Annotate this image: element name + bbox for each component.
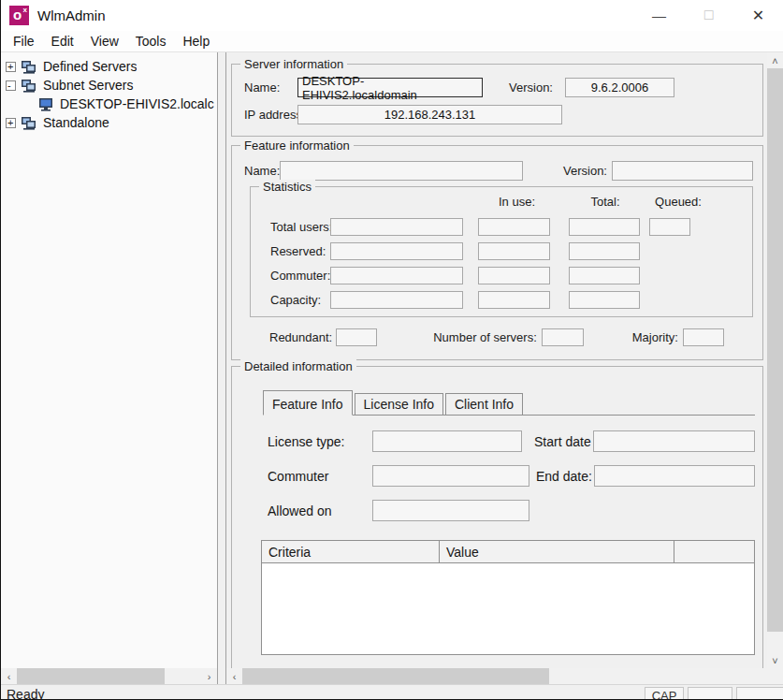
server-version-label: Version: [509, 80, 560, 95]
scrollbar-thumb[interactable] [17, 668, 165, 684]
expand-minus-icon[interactable]: - [6, 80, 16, 91]
total-users-inuse-field[interactable] [478, 218, 550, 236]
scroll-down-icon[interactable]: ˅ [767, 652, 783, 668]
scroll-right-icon[interactable]: › [201, 668, 217, 684]
app-icon-superscript: x [23, 6, 27, 14]
title-bar: o x WlmAdmin — ☐ ✕ [1, 0, 783, 31]
caps-lock-indicator: CAP [645, 687, 684, 700]
menu-view[interactable]: View [82, 32, 127, 51]
expand-plus-icon[interactable]: + [6, 118, 16, 128]
scroll-left-icon[interactable]: ‹ [226, 668, 242, 684]
reserved-label: Reserved: [251, 244, 330, 258]
ip-address-label: IP address: [244, 108, 297, 122]
capacity-inuse-field[interactable] [478, 291, 550, 309]
feature-information-group: Feature information Name: Version: Stati… [231, 145, 763, 360]
tree-item-subnet-servers[interactable]: - Subnet Servers [1, 76, 217, 95]
tab-feature-info[interactable]: Feature Info [263, 390, 353, 416]
main-area: + Defined Servers - Subnet Se [1, 52, 783, 684]
commuter-detail-label: Commuter [268, 469, 372, 484]
total-users-queued-field[interactable] [649, 218, 690, 236]
detail-horizontal-scrollbar[interactable]: ‹ [226, 668, 767, 684]
tree-item-desktop-server[interactable]: DESKTOP-EHIVIS2.localc [1, 95, 217, 113]
menu-bar: File Edit View Tools Help [1, 31, 783, 52]
panel-splitter[interactable] [218, 52, 225, 684]
maximize-button[interactable]: ☐ [684, 0, 733, 31]
commuter-field[interactable] [330, 267, 463, 284]
tab-license-info[interactable]: License Info [355, 393, 444, 415]
total-users-total-field[interactable] [569, 218, 640, 236]
server-group-icon [21, 60, 37, 74]
allowed-on-field[interactable] [372, 500, 529, 521]
tree-item-standalone[interactable]: + Standalone [1, 113, 217, 132]
scrollbar-thumb[interactable] [767, 68, 783, 632]
license-type-field[interactable] [372, 430, 522, 452]
menu-edit[interactable]: Edit [43, 32, 82, 51]
reserved-total-field[interactable] [569, 242, 640, 260]
tree-horizontal-scrollbar[interactable]: ‹ › [1, 668, 217, 684]
tree-item-defined-servers[interactable]: + Defined Servers [1, 57, 217, 76]
tree-item-label: Standalone [43, 115, 109, 130]
scrollbar-thumb[interactable] [242, 668, 549, 684]
extra-column-header[interactable] [674, 541, 754, 562]
server-group-icon [21, 116, 37, 130]
in-use-column-header: In use: [473, 195, 560, 211]
commuter-detail-field[interactable] [372, 465, 529, 487]
scrollbar-corner [767, 668, 783, 684]
total-users-label: Total users: [251, 220, 330, 234]
scroll-left-icon[interactable]: ‹ [1, 668, 17, 684]
reserved-field[interactable] [330, 242, 463, 260]
group-title: Server information [240, 57, 347, 71]
tree-item-label: DESKTOP-EHIVIS2.localc [60, 96, 214, 111]
app-window: o x WlmAdmin — ☐ ✕ File Edit View Tools … [0, 0, 783, 700]
menu-file[interactable]: File [5, 32, 43, 51]
server-tree: + Defined Servers - Subnet Se [1, 52, 217, 668]
app-icon: o x [9, 6, 29, 25]
expand-plus-icon[interactable]: + [6, 62, 16, 72]
commuter-total-field[interactable] [569, 267, 640, 284]
tab-client-info[interactable]: Client Info [445, 393, 523, 415]
number-of-servers-field[interactable] [542, 328, 584, 346]
status-bar: Ready CAP [1, 684, 783, 700]
majority-field[interactable] [683, 328, 724, 346]
menu-help[interactable]: Help [174, 32, 218, 51]
commuter-inuse-field[interactable] [478, 267, 550, 284]
end-date-field[interactable] [594, 465, 755, 487]
group-title: Detailed information [240, 359, 356, 373]
start-date-label: Start date [534, 434, 591, 449]
capacity-field[interactable] [330, 291, 463, 309]
criteria-column-header[interactable]: Criteria [262, 541, 439, 562]
scroll-up-icon[interactable]: ˄ [767, 52, 783, 68]
redundant-label: Redundant: [244, 330, 332, 344]
detail-content: Server information Name: DESKTOP-EHIVIS2… [226, 52, 767, 668]
criteria-table: Criteria Value [261, 540, 755, 655]
window-controls: — ☐ ✕ [634, 0, 783, 31]
start-date-field[interactable] [593, 430, 755, 452]
redundant-field[interactable] [336, 328, 377, 346]
allowed-on-label: Allowed on [268, 503, 372, 518]
server-information-group: Server information Name: DESKTOP-EHIVIS2… [231, 64, 763, 137]
close-button[interactable]: ✕ [733, 0, 783, 31]
detail-vertical-scrollbar[interactable]: ˄ ˅ [767, 52, 783, 668]
total-column-header: Total: [560, 195, 650, 211]
capacity-total-field[interactable] [569, 291, 640, 309]
ip-address-field[interactable]: 192.168.243.131 [297, 105, 562, 124]
server-name-label: Name: [244, 80, 297, 95]
minimize-button[interactable]: — [634, 0, 684, 31]
num-lock-indicator [688, 687, 732, 700]
majority-label: Majority: [632, 330, 678, 344]
server-name-field[interactable]: DESKTOP-EHIVIS2.localdomain [297, 78, 483, 97]
reserved-inuse-field[interactable] [478, 242, 550, 260]
app-icon-letter: o [13, 7, 22, 22]
value-column-header[interactable]: Value [439, 541, 674, 562]
feature-name-field[interactable] [280, 161, 523, 181]
criteria-table-header: Criteria Value [262, 541, 754, 563]
group-title: Feature information [240, 139, 354, 153]
end-date-label: End date: [536, 469, 592, 484]
total-users-field[interactable] [330, 218, 463, 236]
server-version-field[interactable]: 9.6.2.0006 [565, 78, 674, 97]
feature-version-field[interactable] [612, 161, 753, 181]
feature-name-label: Name: [244, 164, 280, 178]
server-tree-panel: + Defined Servers - Subnet Se [1, 52, 218, 684]
menu-tools[interactable]: Tools [127, 32, 175, 51]
window-title: WlmAdmin [37, 7, 106, 23]
